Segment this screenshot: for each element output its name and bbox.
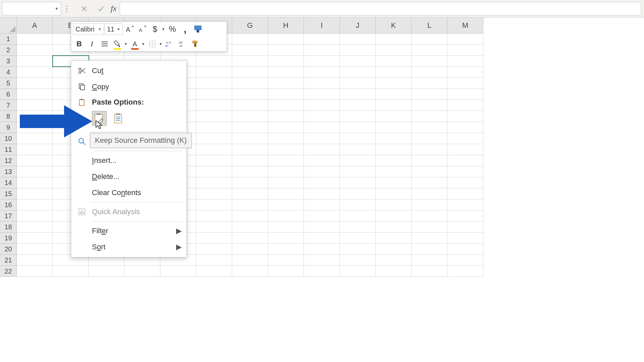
cell[interactable] <box>232 188 268 199</box>
cell[interactable] <box>447 111 483 122</box>
format-painter-button[interactable] <box>192 23 204 35</box>
cell[interactable] <box>340 177 376 188</box>
cell[interactable] <box>447 266 483 277</box>
cell[interactable] <box>17 34 53 45</box>
chevron-down-icon[interactable]: ▼ <box>123 42 128 46</box>
cell[interactable] <box>412 244 447 255</box>
cell[interactable] <box>268 34 304 45</box>
menu-filter[interactable]: Filter ▶ <box>71 223 186 239</box>
cell[interactable] <box>17 177 53 188</box>
cell[interactable] <box>17 45 53 56</box>
cell[interactable] <box>268 199 304 210</box>
cell[interactable] <box>412 188 447 199</box>
cell[interactable] <box>17 56 53 67</box>
cell[interactable] <box>447 155 483 166</box>
cell[interactable] <box>232 67 268 78</box>
cell[interactable] <box>340 266 376 277</box>
cell[interactable] <box>376 155 412 166</box>
cell[interactable] <box>232 122 268 133</box>
cell[interactable] <box>232 199 268 210</box>
cell[interactable] <box>17 67 53 78</box>
cell[interactable] <box>376 78 412 89</box>
cell[interactable] <box>268 78 304 89</box>
cell[interactable] <box>447 144 483 155</box>
cell[interactable] <box>232 244 268 255</box>
cell[interactable] <box>412 177 447 188</box>
col-header-L[interactable]: L <box>412 17 447 34</box>
cell[interactable] <box>196 210 232 222</box>
cell[interactable] <box>232 222 268 233</box>
cell[interactable] <box>232 233 268 244</box>
cell[interactable] <box>340 56 376 67</box>
cell[interactable] <box>53 266 89 277</box>
cell[interactable] <box>304 222 340 233</box>
increase-font-button[interactable]: A <box>123 23 136 35</box>
borders-button[interactable]: ▼ <box>146 38 163 50</box>
row-header-19[interactable]: 19 <box>0 233 17 244</box>
cell[interactable] <box>340 67 376 78</box>
cell[interactable] <box>268 188 304 199</box>
row-header-7[interactable]: 7 <box>0 100 17 111</box>
cell[interactable] <box>376 177 412 188</box>
cell[interactable] <box>447 233 483 244</box>
cell[interactable] <box>376 122 412 133</box>
cell[interactable] <box>304 155 340 166</box>
cell[interactable] <box>340 111 376 122</box>
cell[interactable] <box>304 166 340 177</box>
cell[interactable] <box>232 111 268 122</box>
accounting-format-button[interactable]: $ ▼ <box>149 23 166 35</box>
cell[interactable] <box>232 177 268 188</box>
cell[interactable] <box>340 133 376 144</box>
cell[interactable] <box>340 78 376 89</box>
cell[interactable] <box>268 133 304 144</box>
cell[interactable] <box>304 67 340 78</box>
cell[interactable] <box>376 111 412 122</box>
cell[interactable] <box>232 144 268 155</box>
cell[interactable] <box>376 255 412 266</box>
cell[interactable] <box>17 188 53 199</box>
row-header-1[interactable]: 1 <box>0 34 17 45</box>
cell[interactable] <box>196 233 232 244</box>
cell[interactable] <box>304 133 340 144</box>
cell[interactable] <box>340 222 376 233</box>
cell[interactable] <box>304 34 340 45</box>
decrease-decimal-button[interactable]: .00 <box>176 38 189 50</box>
cell[interactable] <box>412 100 447 111</box>
chevron-down-icon[interactable]: ▼ <box>161 27 166 31</box>
cell[interactable] <box>412 233 447 244</box>
cell[interactable] <box>196 222 232 233</box>
cell[interactable] <box>412 199 447 210</box>
col-header-M[interactable]: M <box>447 17 483 34</box>
cell[interactable] <box>17 78 53 89</box>
row-header-8[interactable]: 8 <box>0 111 17 122</box>
cell[interactable] <box>304 244 340 255</box>
cell[interactable] <box>412 255 447 266</box>
chevron-down-icon[interactable]: ▼ <box>55 6 59 11</box>
increase-decimal-button[interactable]: .00 <box>164 38 176 50</box>
cell[interactable] <box>268 166 304 177</box>
cell[interactable] <box>376 222 412 233</box>
chevron-down-icon[interactable]: ▼ <box>115 27 120 31</box>
cell[interactable] <box>447 255 483 266</box>
cell[interactable] <box>196 244 232 255</box>
cell[interactable] <box>268 155 304 166</box>
cell[interactable] <box>412 266 447 277</box>
paste-match-destination[interactable] <box>111 111 126 126</box>
cell[interactable] <box>412 166 447 177</box>
cell[interactable] <box>412 155 447 166</box>
cell[interactable] <box>268 67 304 78</box>
cell[interactable] <box>340 199 376 210</box>
cell[interactable] <box>268 255 304 266</box>
cell[interactable] <box>376 133 412 144</box>
cell[interactable] <box>17 266 53 277</box>
row-header-4[interactable]: 4 <box>0 67 17 78</box>
cell[interactable] <box>376 45 412 56</box>
cell[interactable] <box>412 45 447 56</box>
cell[interactable] <box>268 233 304 244</box>
cell[interactable] <box>447 34 483 45</box>
cell[interactable] <box>17 166 53 177</box>
cell[interactable] <box>304 266 340 277</box>
cell[interactable] <box>340 166 376 177</box>
cell[interactable] <box>232 45 268 56</box>
cell[interactable] <box>304 78 340 89</box>
